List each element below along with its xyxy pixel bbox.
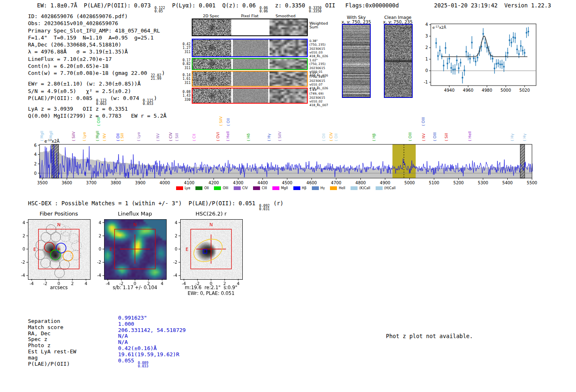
data-point	[524, 52, 525, 54]
x-tick-label: 4300	[233, 181, 243, 185]
zoom-plot-area: -10123449404960498050005020e-17x2Å	[424, 22, 536, 93]
text-segment: Cont(n) = 6.20(±0.65)e-18	[28, 63, 109, 69]
y-tick-label: -1	[424, 80, 428, 84]
legend-swatch	[176, 186, 183, 190]
sub-value: 0.053	[143, 102, 153, 105]
strip-right-line: (749, 69)	[309, 92, 328, 95]
match-table-value: 206.331142, 54.518729	[118, 327, 186, 334]
smoothed-image	[269, 88, 307, 103]
main-ylabel-sup: -17	[47, 139, 51, 142]
spec2d-strip-left-values: 0.170.82311	[181, 58, 190, 70]
emission-line-label: ( CIV	[329, 132, 333, 141]
spec2d-column-title: Pixel Flat	[233, 14, 266, 18]
legend-label: OII	[204, 186, 209, 190]
data-point	[471, 42, 473, 44]
emission-line-label: ( SiIV	[72, 132, 76, 141]
pixel-flat-image	[233, 72, 268, 86]
emission-line-label: ( SiII	[444, 133, 448, 141]
data-point	[473, 58, 475, 59]
emission-line-label: ( OIII	[433, 132, 437, 141]
data-point	[520, 45, 522, 47]
x-tick-label: 5400	[502, 181, 513, 185]
match-table-value: 19.61(19.59,19.62)R	[118, 352, 186, 358]
data-point	[443, 65, 445, 67]
y-tick-label: 2	[34, 162, 37, 166]
x-tick-label: 5020	[519, 88, 530, 93]
lineflux-image	[104, 219, 167, 280]
text-segment: HSC-DEX : Possible Matches = 1 (within +…	[28, 200, 259, 206]
emission-line-label: ( SiIV	[278, 132, 282, 141]
emission-line-label: ( NV	[156, 133, 160, 141]
data-point	[469, 58, 471, 60]
sup-sub-stack: 0.0890.033	[138, 361, 149, 368]
emission-line-label: ( NV	[422, 133, 426, 141]
legend-swatch	[253, 186, 260, 190]
data-point	[503, 66, 505, 67]
data-point	[465, 51, 467, 53]
hsc-caption-2: EWr: 0, PLAE: 0.051	[168, 290, 254, 296]
data-point	[475, 61, 476, 63]
info-line: λ = 4976.88Å σ = 3.19(±1.35)Å	[28, 48, 167, 55]
emission-line-label: ( HeII	[468, 131, 472, 141]
legend-swatch	[376, 186, 383, 190]
header-spacer	[497, 2, 504, 9]
data-point	[439, 50, 441, 51]
legend-item: HeII	[330, 186, 345, 190]
emission-line-label: ( OII	[334, 133, 338, 141]
data-point	[454, 69, 456, 70]
photz-note: Phot z plot not available.	[386, 333, 473, 339]
y-tick-label: 4	[99, 220, 101, 225]
text-segment: 0.42(±0.16)Å	[118, 345, 157, 351]
sky-panel-image-frame	[384, 24, 413, 98]
emission-line-label: ( OIII	[408, 132, 412, 141]
header-version: Version 1.22.3	[504, 2, 551, 9]
y-tick-label: 4	[175, 220, 177, 225]
info-line: P(LAE)/P(OII): 0.085 0.1230.063 (w: 0.07…	[28, 95, 167, 105]
legend-item: Lyα	[176, 186, 190, 190]
text-segment: Primary Spec_Slot_IFU_AMP: 418_057_064_R…	[28, 28, 160, 34]
legend-swatch	[234, 186, 241, 190]
sup-sub-stack: 0.1220.05	[154, 6, 165, 13]
data-point	[435, 42, 437, 44]
x-tick-label: 4980	[482, 88, 492, 93]
x-tick-label: 5000	[404, 181, 415, 185]
strip-left-value: 0.08	[181, 90, 190, 94]
x-tick-label: 5500	[527, 181, 537, 185]
text-segment: EWr = 2.80(±1.10) (w: 2.30(±0.85))Å	[28, 81, 141, 87]
data-point	[507, 52, 509, 54]
text-segment: 0.055	[118, 357, 137, 364]
text-segment: (r)	[270, 200, 283, 206]
x-tick-label: 5000	[501, 88, 511, 93]
x-tick-label: 5200	[453, 181, 464, 185]
emission-line-label: ( Hδ	[246, 133, 251, 141]
spectrum-legend: LyαOIIOIIICIVCIIIMgIIHβHγHeII(K)CaII(H)C…	[39, 186, 532, 190]
text-segment: Obs: 20230615v010_4028659076	[28, 20, 118, 26]
data-point	[527, 31, 529, 32]
strip-right-line: v010_02	[309, 100, 328, 103]
emission-line-label: ( OIII	[421, 117, 425, 126]
data-point	[447, 63, 448, 65]
legend-swatch	[330, 186, 337, 190]
match-table-label: Photo z	[28, 343, 76, 349]
strip-left-value: 311	[181, 81, 190, 85]
data-point	[518, 53, 520, 55]
sup-sub-stack: 0.0920.031	[259, 204, 270, 211]
legend-label: CIV	[242, 186, 248, 190]
strip-left-value: 1.61	[181, 77, 190, 81]
legend-label: (K)CaII	[359, 186, 370, 190]
y-tick-label: 2	[99, 234, 101, 238]
info-line: Primary Spec_Slot_IFU_AMP: 418_057_064_R…	[28, 27, 167, 34]
data-point	[462, 77, 463, 79]
text-segment: λ = 4976.88Å σ = 3.19(±1.35)Å	[28, 49, 128, 55]
emission-line-label: ( OII	[322, 133, 326, 141]
text-segment: F=1.4" T=0.159 N=1.10 A=0.95 g=25.1	[28, 35, 153, 41]
match-table-value: 1.000	[118, 321, 186, 327]
legend-swatch	[272, 186, 279, 190]
legend-item: (H)CaII	[376, 186, 395, 190]
legend-item: Hγ	[312, 186, 325, 190]
text-segment: z: 0.3350	[268, 2, 309, 9]
data-point	[448, 58, 450, 60]
text-segment: P(LAE)/P(OII): 0.085	[28, 95, 95, 101]
spec2d-strip	[192, 58, 308, 70]
sub-value: 21.99	[151, 77, 161, 80]
